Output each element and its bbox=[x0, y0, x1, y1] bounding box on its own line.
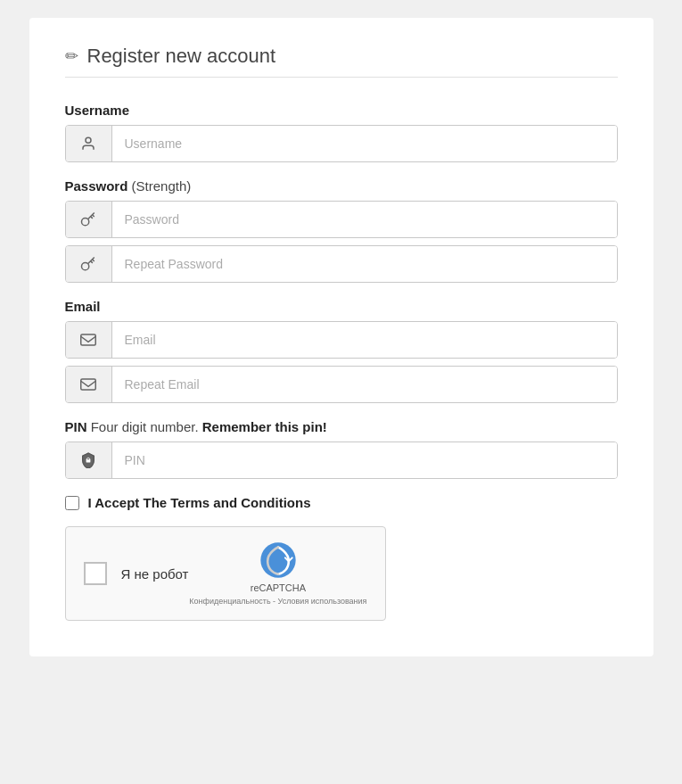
recaptcha-brand: reCAPTCHA bbox=[251, 582, 306, 593]
repeat-password-input-wrapper bbox=[65, 245, 618, 283]
password-input[interactable] bbox=[112, 202, 617, 237]
svg-rect-3 bbox=[81, 334, 96, 345]
repeat-email-input-wrapper bbox=[65, 366, 618, 403]
username-section: Username bbox=[65, 103, 618, 162]
recaptcha-widget[interactable]: Я не робот reCAPTCHA Конфиденциальность … bbox=[65, 526, 386, 621]
recaptcha-label: Я не робот bbox=[121, 566, 189, 582]
recaptcha-checkbox[interactable] bbox=[84, 562, 107, 585]
repeat-email-input[interactable] bbox=[112, 367, 617, 402]
email-icon bbox=[66, 322, 112, 358]
recaptcha-logo-icon bbox=[259, 541, 297, 579]
recaptcha-left: Я не робот bbox=[84, 562, 189, 585]
recaptcha-right: reCAPTCHA Конфиденциальность - Условия и… bbox=[189, 541, 366, 606]
email-section: Email bbox=[65, 299, 618, 403]
repeat-email-icon bbox=[66, 367, 112, 402]
user-icon bbox=[66, 126, 112, 161]
terms-checkbox[interactable] bbox=[65, 496, 79, 510]
password-key-icon bbox=[66, 202, 112, 237]
email-input[interactable] bbox=[112, 322, 617, 358]
username-label: Username bbox=[65, 103, 618, 118]
email-input-wrapper bbox=[65, 321, 618, 359]
pin-input[interactable] bbox=[112, 442, 617, 478]
username-input[interactable] bbox=[112, 126, 617, 161]
svg-point-0 bbox=[86, 137, 91, 143]
svg-point-7 bbox=[87, 458, 89, 459]
register-form-container: ✏ Register new account Username Password… bbox=[29, 18, 653, 656]
svg-point-2 bbox=[82, 263, 89, 270]
pin-input-wrapper bbox=[65, 442, 618, 479]
password-label: Password (Strength) bbox=[65, 178, 618, 194]
svg-rect-4 bbox=[81, 379, 96, 390]
shield-icon bbox=[66, 442, 112, 478]
pin-section: PIN Four digit number. Remember this pin… bbox=[65, 419, 618, 479]
svg-point-1 bbox=[82, 219, 89, 226]
recaptcha-links: Конфиденциальность - Условия использован… bbox=[189, 597, 366, 606]
terms-label: I Accept The Terms and Conditions bbox=[88, 495, 311, 510]
repeat-password-key-icon bbox=[66, 246, 112, 282]
email-label: Email bbox=[65, 299, 618, 314]
password-section: Password (Strength) bbox=[65, 178, 618, 283]
username-input-wrapper bbox=[65, 125, 618, 162]
password-input-wrapper bbox=[65, 201, 618, 238]
page-title: Register new account bbox=[87, 45, 276, 68]
page-header: ✏ Register new account bbox=[65, 45, 618, 78]
terms-row: I Accept The Terms and Conditions bbox=[65, 495, 618, 510]
repeat-password-input[interactable] bbox=[112, 246, 617, 282]
pin-label: PIN Four digit number. Remember this pin… bbox=[65, 419, 618, 434]
edit-icon: ✏ bbox=[65, 46, 78, 66]
